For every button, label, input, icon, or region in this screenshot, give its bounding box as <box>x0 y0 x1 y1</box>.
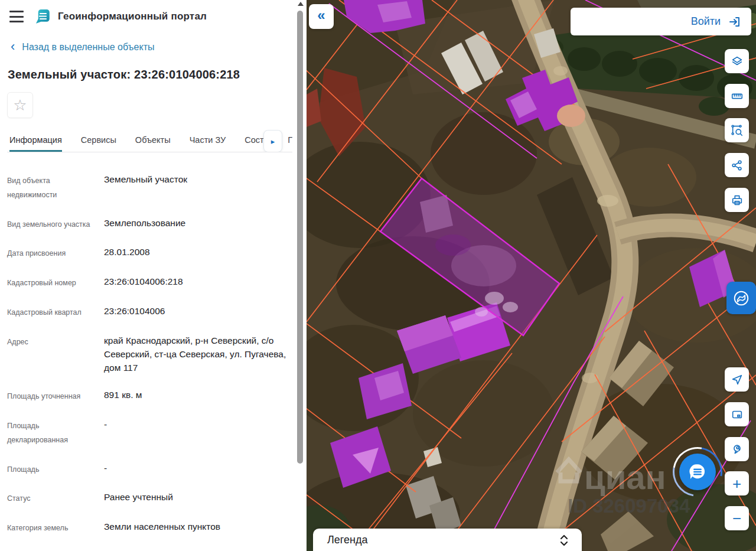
hamburger-menu-button[interactable] <box>9 11 24 22</box>
info-panel: Геоинформационный портал ‹ Назад в выдел… <box>0 0 307 551</box>
svg-text:ID 326097034: ID 326097034 <box>568 495 690 517</box>
layers-button[interactable] <box>725 49 749 73</box>
mini-map-frame-icon <box>731 408 744 421</box>
tab-bar: Информация Сервисы Объекты Части ЗУ Сост… <box>7 130 292 152</box>
tabs-scroll-right-button[interactable]: ▸ <box>263 130 282 152</box>
field-row: Вид разрешенного использованияДля ведени… <box>7 543 292 551</box>
app-title: Геоинформационный портал <box>58 11 207 22</box>
field-row: Адрескрай Краснодарский, р-н Северский, … <box>7 328 292 383</box>
tab-information[interactable]: Информация <box>9 135 62 152</box>
tab-partial-next: Г <box>288 135 292 145</box>
page-title: Земельный участок: 23:26:0104006:218 <box>8 68 292 81</box>
legend-bar[interactable]: Легенда <box>313 529 582 551</box>
field-row: Вид земельного участкаЗемлепользование <box>7 210 292 240</box>
zoom-in-button[interactable]: + <box>725 471 749 495</box>
field-row: Дата присвоения28.01.2008 <box>7 239 292 269</box>
map-identify-icon <box>732 289 750 307</box>
minus-icon: − <box>732 511 741 526</box>
field-row: Площадь- <box>7 455 292 485</box>
share-button[interactable] <box>725 153 749 177</box>
panel-scrollbar[interactable] <box>297 11 303 464</box>
star-icon: ☆ <box>13 97 27 113</box>
attribute-list: Вид объекта недвижимостиЗемельный участо… <box>7 167 292 551</box>
field-row: Кадастровый номер23:26:0104006:218 <box>7 269 292 298</box>
tab-services[interactable]: Сервисы <box>81 135 116 152</box>
triangle-right-icon: ▸ <box>271 137 275 146</box>
ruler-icon <box>731 90 744 103</box>
login-arrow-icon <box>728 15 742 29</box>
identify-object-tool-button-active[interactable] <box>726 282 756 314</box>
field-row: Площадь уточненная891 кв. м <box>7 382 292 412</box>
scrollbar-up-arrow[interactable] <box>298 2 304 6</box>
favorite-button[interactable]: ☆ <box>7 92 33 118</box>
field-row: Вид объекта недвижимостиЗемельный участо… <box>7 167 292 210</box>
chevron-left-icon: ‹ <box>11 40 15 53</box>
measure-button[interactable] <box>725 84 749 108</box>
field-row: Категория земельЗемли населенных пунктов <box>7 514 292 543</box>
locate-me-button[interactable] <box>725 367 749 392</box>
navigation-arrow-icon <box>731 373 744 386</box>
double-chevron-left-icon: « <box>317 8 325 22</box>
share-icon <box>731 159 744 172</box>
location-search-icon <box>731 443 744 456</box>
chat-bubble-icon <box>687 462 708 482</box>
chat-button[interactable] <box>679 454 716 490</box>
geoportal-logo <box>35 9 51 24</box>
layers-icon <box>731 55 744 68</box>
collapse-panel-button[interactable]: « <box>309 4 334 29</box>
legend-title: Легенда <box>327 534 367 546</box>
plus-icon: + <box>732 476 741 491</box>
printer-icon <box>731 194 744 207</box>
field-row: Кадастровый квартал23:26:0104006 <box>7 298 292 328</box>
field-row: Площадь декларированная- <box>7 412 292 455</box>
tab-objects[interactable]: Объекты <box>135 135 171 152</box>
search-location-button[interactable] <box>725 437 749 461</box>
back-link[interactable]: ‹ Назад в выделенные объекты <box>11 41 292 54</box>
tab-parcel-parts[interactable]: Части ЗУ <box>190 135 226 152</box>
login-button[interactable]: Войти <box>571 8 751 35</box>
zoom-out-button[interactable]: − <box>725 506 749 530</box>
select-area-search-icon <box>731 124 744 137</box>
expand-collapse-chevrons-icon <box>559 534 569 547</box>
svg-text:циан: циан <box>584 458 666 496</box>
geoportal-app: циан ID 326097034 « Войти <box>0 0 756 551</box>
print-button[interactable] <box>725 188 749 212</box>
field-row: СтатусРанее учтенный <box>7 484 292 514</box>
overview-map-button[interactable] <box>725 402 749 426</box>
area-search-button[interactable] <box>725 118 749 142</box>
app-header: Геоинформационный портал <box>7 0 292 28</box>
